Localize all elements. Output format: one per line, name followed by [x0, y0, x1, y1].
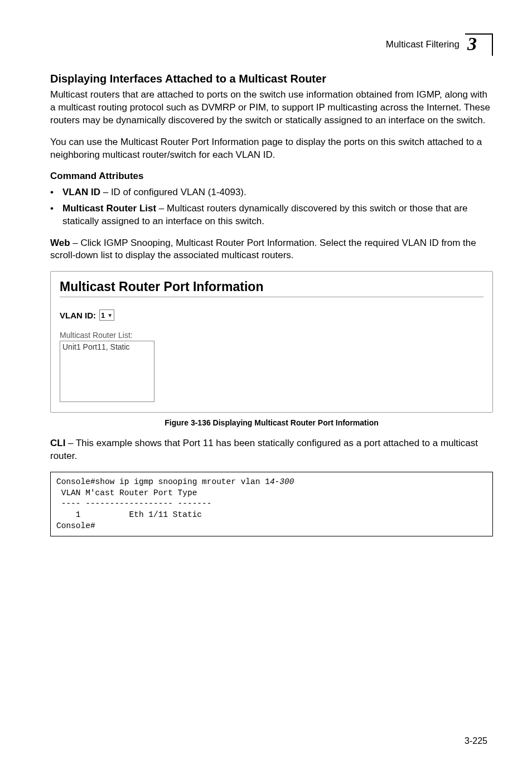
web-lead: Web: [50, 238, 70, 248]
vlan-id-label: VLAN ID:: [60, 311, 96, 320]
running-header: Multicast Filtering 3: [50, 33, 493, 56]
code-line: Console#: [56, 521, 95, 530]
code-line-italic: 4-300: [270, 477, 294, 486]
section-title: Displaying Interfaces Attached to a Mult…: [50, 72, 493, 85]
code-line: VLAN M'cast Router Port Type: [56, 488, 197, 497]
code-line: Console#show ip igmp snooping mrouter vl…: [56, 477, 270, 486]
chapter-badge: 3: [465, 33, 493, 56]
command-attributes-heading: Command Attributes: [50, 171, 493, 182]
list-item: • Multicast Router List – Multicast rout…: [50, 202, 493, 228]
list-item: • VLAN ID – ID of configured VLAN (1-409…: [50, 186, 493, 199]
running-header-text: Multicast Filtering: [386, 39, 460, 50]
bullet-term: VLAN ID: [62, 187, 100, 197]
figure-caption: Figure 3-136 Displaying Multicast Router…: [50, 418, 493, 427]
chevron-down-icon: ▼: [107, 312, 113, 318]
code-line: 1 Eth 1/11 Static: [56, 510, 202, 519]
cli-lead: CLI: [50, 438, 65, 448]
page-number: 3-225: [465, 736, 487, 746]
cli-rest: – This example shows that Port 11 has be…: [50, 438, 478, 461]
intro-paragraph-2: You can use the Multicast Router Port In…: [50, 136, 493, 162]
vlan-id-value: 1: [101, 311, 105, 320]
screenshot-title: Multicast Router Port Information: [60, 279, 483, 294]
bullet-desc: – ID of configured VLAN (1-4093).: [100, 187, 246, 197]
code-line: ---- ------------------ -------: [56, 499, 211, 508]
badge-right-line: [492, 33, 493, 56]
list-item[interactable]: Unit1 Port11, Static: [62, 342, 152, 351]
bullet-term: Multicast Router List: [62, 203, 156, 214]
cli-paragraph: CLI – This example shows that Port 11 ha…: [50, 437, 493, 463]
cli-output-box: Console#show ip igmp snooping mrouter vl…: [50, 472, 493, 536]
chapter-number: 3: [467, 33, 477, 55]
command-attributes-list: • VLAN ID – ID of configured VLAN (1-409…: [50, 186, 493, 228]
intro-paragraph-1: Multicast routers that are attached to p…: [50, 89, 493, 127]
vlan-id-row: VLAN ID: 1 ▼: [60, 309, 483, 321]
web-rest: – Click IGMP Snooping, Multicast Router …: [50, 238, 476, 261]
vlan-id-select[interactable]: 1 ▼: [99, 309, 114, 321]
multicast-router-list-label: Multicast Router List:: [60, 331, 483, 340]
screenshot-divider: [60, 297, 483, 297]
multicast-router-list-box[interactable]: Unit1 Port11, Static: [60, 341, 154, 402]
screenshot-panel: Multicast Router Port Information VLAN I…: [50, 271, 493, 413]
web-paragraph: Web – Click IGMP Snooping, Multicast Rou…: [50, 237, 493, 263]
